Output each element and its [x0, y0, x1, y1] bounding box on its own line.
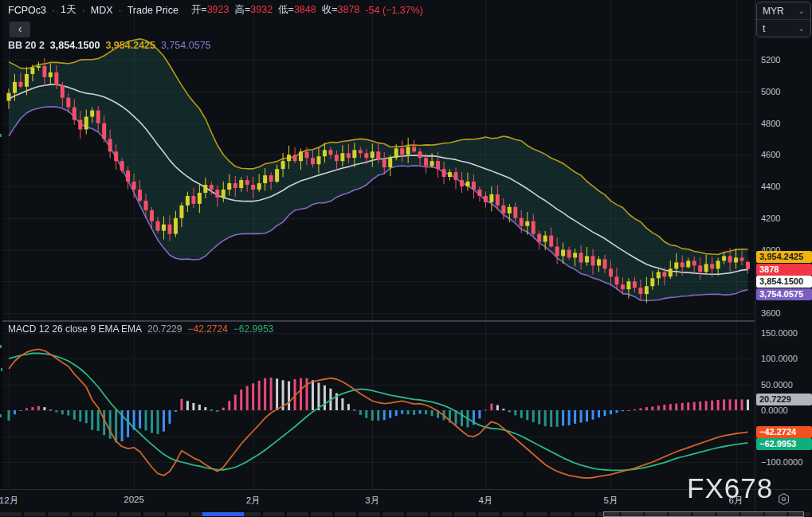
- minimap-segment: [430, 512, 452, 516]
- target-hexagon-icon[interactable]: [777, 492, 790, 509]
- minimap-segment: [382, 512, 404, 516]
- price-value-label: 3,854.1500: [756, 276, 812, 288]
- price-value-label: 3878: [756, 264, 812, 276]
- time-axis[interactable]: 12月20252月3月4月5月6月: [0, 489, 812, 511]
- macd-tick: 150.0000: [761, 327, 798, 339]
- minimap-segment: [263, 512, 284, 516]
- macd-value-label: 20.7229: [756, 394, 812, 405]
- minimap-segment: [359, 512, 380, 516]
- price-tick: 4400: [761, 181, 780, 192]
- axis-corner: [755, 489, 812, 511]
- macd-value-label: −62.9953: [756, 438, 812, 450]
- unit-selector-box: MYR ⌄ t ⌄: [756, 2, 811, 37]
- minimap-segment: [48, 512, 69, 516]
- minimap-segment: [526, 512, 547, 516]
- minimap-segment: [406, 512, 428, 516]
- minimap-segment: [502, 512, 524, 516]
- minimap-progress: [202, 512, 244, 516]
- minimap-segment: [478, 512, 500, 516]
- macd-value-label: −42.2724: [756, 426, 812, 438]
- price-tick: 4200: [761, 213, 780, 224]
- macd-tick: 50.0000: [761, 379, 793, 390]
- time-tick-3月: 3月: [365, 495, 379, 507]
- minimap-segment: [72, 512, 93, 516]
- price-tick: 4600: [761, 149, 780, 160]
- minimap-segment: [454, 512, 476, 516]
- minimap-segment: [24, 512, 45, 516]
- price-chart-canvas[interactable]: [2, 0, 755, 489]
- price-tick: 3600: [761, 307, 780, 319]
- minimap-segment: [574, 512, 595, 516]
- macd-tick: 0.0000: [761, 405, 788, 416]
- time-tick-12月: 12月: [0, 495, 18, 507]
- minimap-segment: [96, 512, 117, 516]
- currency-selector[interactable]: MYR ⌄: [757, 2, 810, 20]
- time-tick-2025: 2025: [124, 495, 144, 504]
- time-tick-2月: 2月: [246, 495, 261, 507]
- price-tick: 5000: [761, 86, 780, 97]
- price-value-label: 3,754.0575: [756, 288, 812, 300]
- macd-tick: −100.0000: [761, 456, 802, 468]
- back-arrow-icon: ‹: [18, 22, 22, 35]
- unit-selector[interactable]: t ⌄: [757, 20, 810, 37]
- chart-window: FCPOc3 · 1天 · MDX · Trade Price 开=3923 高…: [0, 0, 812, 517]
- minimap-segment: [287, 512, 308, 516]
- currency-value: MYR: [763, 6, 784, 17]
- macd-tick: 100.0000: [761, 353, 798, 364]
- price-value-label: 3,954.2425: [756, 251, 812, 263]
- time-tick-5月: 5月: [604, 495, 618, 507]
- chevron-down-icon: ⌄: [798, 24, 805, 33]
- minimap-segment: [550, 512, 571, 516]
- time-tick-6月: 6月: [729, 495, 743, 507]
- bottom-minimap[interactable]: [0, 511, 812, 517]
- minimap-segment: [0, 512, 22, 516]
- chevron-down-icon: ⌄: [798, 6, 805, 15]
- minimap-segment: [120, 512, 141, 516]
- minimap-segment: [167, 512, 189, 516]
- minimap-window[interactable]: [603, 511, 804, 517]
- back-button[interactable]: ‹: [10, 22, 30, 37]
- minimap-segment: [143, 512, 165, 516]
- time-tick-4月: 4月: [478, 495, 492, 507]
- price-tick: 4800: [761, 118, 780, 129]
- minimap-segment: [311, 512, 332, 516]
- unit-value: t: [763, 23, 765, 34]
- price-axis[interactable]: 520050004800460044004200400038003600150.…: [755, 0, 812, 489]
- minimap-segment: [335, 512, 356, 516]
- left-edge-artifact: [0, 0, 2, 517]
- price-tick: 5200: [761, 54, 780, 65]
